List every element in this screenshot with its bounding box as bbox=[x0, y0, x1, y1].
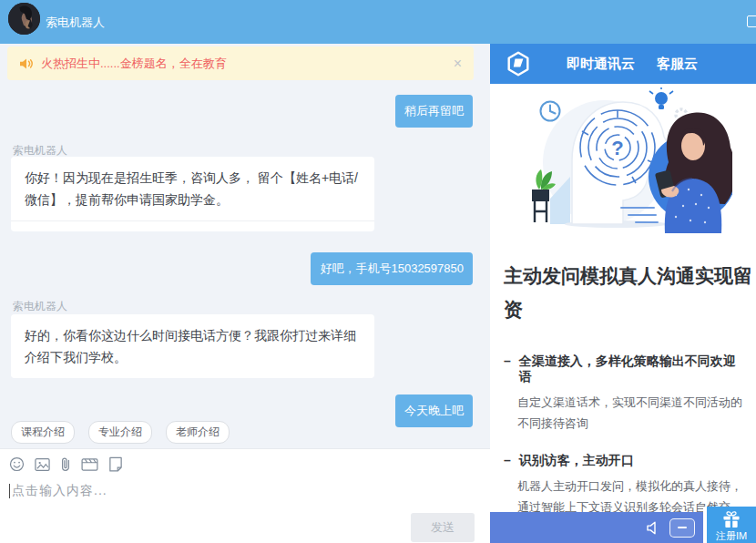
quick-replies: 课程介绍 专业介绍 老师介绍 bbox=[11, 421, 230, 444]
register-label: 注册IM bbox=[716, 529, 747, 543]
top-bar: 索电机器人 bbox=[0, 0, 756, 44]
bot-message: 你好！因为现在是招生旺季，咨询人多， 留个【姓名+电话/微信】，提前帮你申请国家… bbox=[11, 157, 374, 231]
avatar-photo bbox=[8, 3, 40, 35]
text-cursor bbox=[9, 484, 10, 498]
video-icon[interactable] bbox=[81, 458, 98, 471]
speaker-icon bbox=[19, 57, 34, 70]
bullet-dash: – bbox=[504, 353, 511, 384]
attachment-icon[interactable] bbox=[60, 456, 71, 472]
minimize-button[interactable] bbox=[669, 518, 695, 538]
promo-bottom-bar bbox=[490, 512, 703, 543]
quick-reply-teacher[interactable]: 老师介绍 bbox=[166, 421, 230, 444]
feature-item: – 全渠道接入，多样化策略输出不同欢迎语 自定义渠道话术，实现不同渠道不同活动的… bbox=[504, 353, 745, 434]
external-link-icon[interactable] bbox=[747, 15, 756, 27]
promo-illustration: ? bbox=[490, 84, 756, 237]
bot-message-footer bbox=[11, 220, 374, 231]
gift-icon bbox=[721, 510, 741, 528]
announcement-banner: 火热招生中......金榜题名，全在教育 × bbox=[7, 46, 474, 80]
image-icon[interactable] bbox=[35, 457, 50, 472]
feature-desc-text: 自定义渠道话术，实现不同渠道不同活动的不同接待咨询 bbox=[517, 392, 745, 434]
emoji-icon[interactable] bbox=[9, 456, 25, 472]
promo-header: 即时通讯云 客服云 bbox=[490, 44, 756, 84]
composer: 点击输入内容... 发送 bbox=[0, 448, 490, 543]
quick-reply-major[interactable]: 专业介绍 bbox=[88, 421, 152, 444]
bot-message-text: 你好！因为现在是招生旺季，咨询人多， 留个【姓名+电话/微信】，提前帮你申请国家… bbox=[11, 157, 374, 220]
user-message: 稍后再留吧 bbox=[395, 95, 473, 128]
composer-toolbar bbox=[0, 449, 490, 472]
nav-im-cloud[interactable]: 即时通讯云 bbox=[567, 56, 635, 73]
register-button[interactable]: 注册IM bbox=[707, 507, 756, 543]
promo-nav: 即时通讯云 客服云 bbox=[567, 56, 698, 73]
feature-title-text: 全渠道接入，多样化策略输出不同欢迎语 bbox=[519, 353, 745, 384]
user-message: 好吧，手机号15032597850 bbox=[311, 252, 473, 285]
bot-message-text: 好的，你看你这边什么时间接电话方便？我跟你打过来详细介绍下我们学校。 bbox=[11, 314, 374, 378]
bot-sender-label: 索电机器人 bbox=[13, 299, 67, 314]
close-icon[interactable]: × bbox=[454, 56, 462, 71]
feature-title-text: 识别访客，主动开口 bbox=[519, 453, 634, 468]
promo-headline: 主动发问模拟真人沟通实现留资 bbox=[504, 259, 752, 326]
brand-logo-icon bbox=[505, 50, 532, 77]
window-title: 索电机器人 bbox=[46, 15, 105, 31]
send-button[interactable]: 发送 bbox=[411, 513, 475, 542]
maze-question-mark: ? bbox=[611, 137, 623, 159]
announcement-text: 火热招生中......金榜题名，全在教育 bbox=[41, 56, 454, 72]
note-icon[interactable] bbox=[108, 456, 123, 472]
user-message: 今天晚上吧 bbox=[395, 394, 473, 427]
head-maze-illustration: ? bbox=[514, 87, 732, 233]
promo-panel: 即时通讯云 客服云 ? bbox=[490, 44, 756, 543]
nav-service-cloud[interactable]: 客服云 bbox=[657, 56, 698, 73]
message-input[interactable]: 点击输入内容... bbox=[9, 483, 107, 499]
avatar bbox=[8, 3, 40, 35]
chat-panel: 火热招生中......金榜题名，全在教育 × 稍后再留吧 索电机器人 你好！因为… bbox=[0, 44, 490, 543]
bullet-dash: – bbox=[504, 453, 511, 468]
input-placeholder: 点击输入内容... bbox=[12, 483, 107, 499]
bot-message: 好的，你看你这边什么时间接电话方便？我跟你打过来详细介绍下我们学校。 bbox=[11, 314, 374, 378]
quick-reply-course[interactable]: 课程介绍 bbox=[11, 421, 75, 444]
mute-speaker-icon[interactable] bbox=[646, 521, 660, 535]
